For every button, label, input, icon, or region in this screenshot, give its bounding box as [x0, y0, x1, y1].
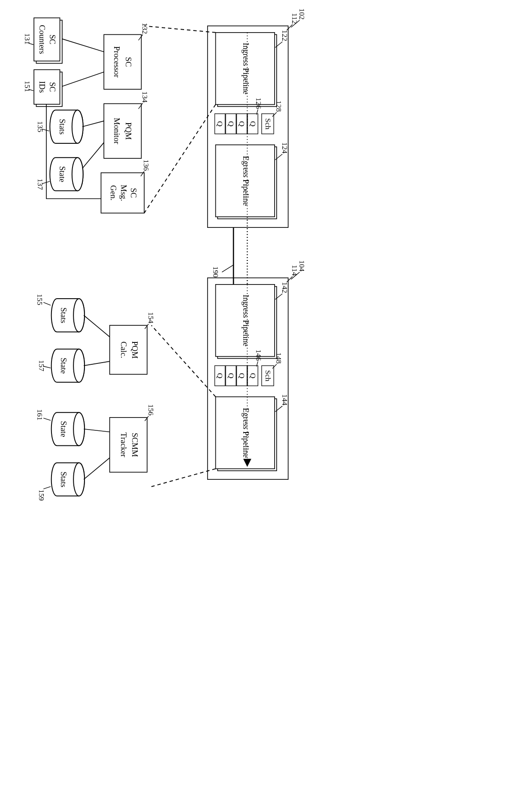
sc-ids: SC IDs [34, 70, 62, 106]
svg-text:Calc.: Calc. [119, 342, 128, 358]
pqm-monitor: PQM Monitor [104, 104, 141, 158]
sc-counters: SC Counters [34, 18, 62, 64]
egress-pipeline-left: Egress Pipeline [216, 145, 277, 219]
ref-144: 144 [281, 394, 289, 406]
svg-rect-56 [104, 104, 141, 158]
svg-text:State: State [59, 421, 68, 437]
sc-processor: SC Processor [104, 35, 141, 89]
svg-text:Q: Q [216, 373, 224, 378]
ref-124: 124 [281, 142, 289, 153]
sc-msg-gen: SC Msg. Gen. [101, 173, 144, 213]
ref-190: 190 [212, 266, 220, 278]
svg-text:PQM: PQM [124, 122, 133, 140]
ref-126: 126 [254, 97, 263, 109]
ref-157: 157 [37, 360, 46, 371]
svg-line-104 [84, 458, 109, 479]
svg-rect-85 [110, 325, 147, 374]
svg-text:Monitor: Monitor [112, 118, 121, 145]
svg-rect-52 [104, 35, 141, 89]
pqm-calc: PQM Calc. [110, 325, 147, 374]
svg-text:Sch: Sch [264, 370, 272, 381]
state-137: State [50, 157, 83, 191]
svg-text:Tracker: Tracker [119, 433, 128, 457]
svg-line-76 [62, 72, 104, 87]
ref-132: 132 [141, 23, 149, 34]
ref-146: 146 [254, 350, 263, 361]
svg-line-82 [82, 142, 104, 168]
switch-right: Ingress Pipeline Sch Q Q Q Q Egress Pipe… [208, 278, 288, 480]
svg-text:Egress Pipeline: Egress Pipeline [242, 408, 251, 457]
queues-right: Q Q Q Q [215, 366, 258, 386]
svg-text:Processor: Processor [112, 46, 121, 78]
svg-text:SC: SC [129, 188, 138, 198]
svg-text:Q: Q [227, 373, 236, 378]
ref-114: 114 [290, 265, 299, 276]
svg-line-50 [144, 26, 215, 32]
svg-line-97 [84, 315, 109, 337]
egress-label: Egress Pipeline [242, 156, 251, 206]
svg-line-98 [84, 361, 109, 366]
ref-148: 148 [275, 352, 283, 363]
svg-line-103 [84, 429, 109, 432]
svg-text:Q: Q [238, 373, 246, 378]
svg-text:Q: Q [249, 121, 257, 127]
svg-line-37 [222, 265, 233, 272]
svg-text:SC: SC [48, 82, 57, 92]
svg-line-81 [82, 121, 104, 127]
svg-text:Gen.: Gen. [109, 185, 118, 201]
svg-text:Counters: Counters [38, 25, 47, 54]
ingress-pipeline-left: Ingress Pipeline [216, 33, 277, 106]
svg-line-84 [151, 469, 216, 487]
ref-131: 131 [23, 33, 32, 45]
svg-text:State: State [59, 357, 68, 374]
svg-text:PQM: PQM [130, 341, 139, 359]
ref-151: 151 [23, 81, 32, 92]
svg-text:IDs: IDs [38, 81, 47, 93]
ingress-label: Ingress Pipeline [242, 42, 251, 94]
stats-155: Stats [51, 299, 85, 332]
ref-135: 135 [36, 121, 45, 132]
svg-text:Ingress Pipeline: Ingress Pipeline [242, 295, 251, 346]
ref-142: 142 [281, 282, 289, 293]
ref-137: 137 [36, 179, 45, 190]
ref-156: 156 [147, 404, 155, 415]
svg-text:SC: SC [124, 57, 133, 67]
state-157: State [51, 349, 85, 382]
svg-text:Msg.: Msg. [119, 185, 128, 201]
svg-text:Sch: Sch [264, 118, 272, 129]
ref-136: 136 [142, 160, 151, 171]
ingress-pipeline-right: Ingress Pipeline [216, 285, 277, 358]
ref-122: 122 [281, 30, 289, 41]
ref-112: 112 [290, 13, 299, 24]
queues-left: Q Q Q Q [215, 114, 258, 134]
scmm-tracker: SCMM Tracker [110, 418, 147, 472]
svg-text:SC: SC [48, 34, 57, 44]
egress-pipeline-right: Egress Pipeline [216, 397, 277, 471]
state-161: State [51, 412, 85, 445]
svg-line-83 [151, 325, 216, 396]
svg-text:Q: Q [249, 373, 257, 378]
ref-155: 155 [36, 294, 44, 305]
sch-right: Sch [262, 366, 274, 386]
svg-text:Stats: Stats [59, 307, 68, 323]
svg-text:Stats: Stats [58, 119, 67, 134]
switch-left: Ingress Pipeline Sch Q Q Q Q Egress Pipe… [208, 26, 288, 227]
ref-161: 161 [36, 409, 44, 420]
svg-text:Stats: Stats [59, 472, 68, 487]
svg-text:State: State [58, 166, 67, 182]
stats-159: Stats [51, 463, 85, 496]
svg-line-102 [43, 487, 51, 489]
svg-rect-89 [110, 418, 147, 472]
ref-134: 134 [141, 91, 149, 103]
ref-159: 159 [37, 490, 46, 501]
svg-text:Q: Q [216, 121, 224, 127]
sch-left: Sch [262, 114, 274, 134]
svg-text:SCMM: SCMM [130, 433, 139, 457]
ref-154: 154 [147, 312, 155, 323]
svg-line-75 [62, 39, 104, 52]
svg-text:Q: Q [227, 121, 236, 127]
svg-text:Q: Q [238, 121, 246, 127]
svg-line-51 [144, 105, 215, 213]
ref-128: 128 [275, 100, 283, 112]
stats-135: Stats [50, 110, 83, 143]
